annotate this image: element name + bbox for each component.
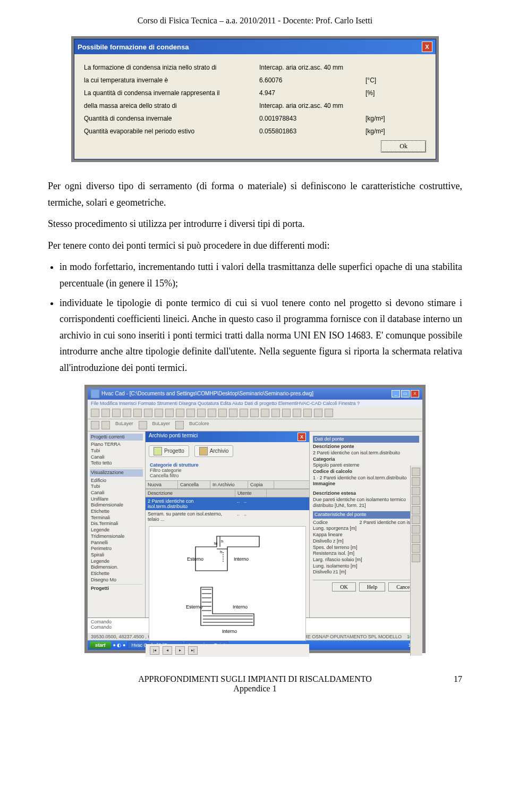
side-tool-icon[interactable] — [412, 535, 420, 543]
props-header-2: Caratteristiche del ponte — [313, 511, 419, 519]
side-tool-icon[interactable] — [412, 554, 420, 562]
tree-item[interactable]: Disegno Mo — [90, 577, 143, 583]
tree-item[interactable]: Perimetro — [90, 546, 143, 552]
tool-icon[interactable] — [261, 409, 269, 417]
nav-next-icon[interactable]: ▸ — [175, 646, 185, 655]
side-tool-icon[interactable] — [412, 525, 420, 534]
ok-button[interactable]: OK — [332, 582, 355, 591]
tool-icon[interactable] — [271, 409, 280, 417]
toolbar-1[interactable] — [88, 407, 422, 419]
tree-item[interactable]: Tetto tetto — [90, 460, 143, 467]
list-toolbtn[interactable]: Copia — [248, 481, 274, 488]
tree-item[interactable]: Edificio — [90, 478, 143, 484]
help-button[interactable]: Help — [359, 582, 385, 591]
col-header[interactable]: Utente — [235, 489, 267, 497]
tool-icon[interactable] — [250, 409, 259, 417]
tool-icon[interactable] — [325, 409, 333, 417]
close-icon[interactable]: X — [411, 390, 419, 397]
svg-text:h: h — [220, 549, 222, 554]
close-icon[interactable]: X — [422, 41, 432, 52]
filter-link[interactable]: Cancella filtro — [150, 473, 305, 478]
tree-item[interactable]: Canali — [90, 454, 143, 461]
tool-icon[interactable] — [282, 409, 291, 417]
tree-item[interactable]: Legende — [90, 559, 143, 565]
filters-header: Categorie di strutture — [150, 462, 305, 468]
tool-icon[interactable] — [101, 421, 110, 429]
tool-icon[interactable] — [218, 409, 227, 417]
side-tool-icon[interactable] — [412, 496, 420, 505]
filter-link[interactable]: Filtro categorie — [150, 468, 305, 473]
row-value: 6.60076 — [259, 77, 366, 84]
tool-icon[interactable] — [240, 409, 248, 417]
tree-item[interactable]: Unifilare — [90, 496, 143, 503]
tool-icon[interactable] — [176, 409, 184, 417]
tool-icon[interactable] — [155, 409, 163, 417]
tree-item[interactable]: Tubi — [90, 448, 143, 454]
nav-prev-icon[interactable]: ◂ — [163, 646, 172, 655]
close-icon[interactable]: X — [298, 433, 306, 441]
tool-icon[interactable] — [101, 409, 110, 417]
tool-icon[interactable] — [175, 421, 184, 429]
tool-icon[interactable] — [133, 409, 142, 417]
tree-item[interactable]: Dis.Terminali — [90, 521, 143, 527]
list-toolbtn[interactable]: Nuova — [146, 481, 178, 488]
tab-progetto[interactable]: Progetto — [149, 445, 189, 457]
side-tool-icon[interactable] — [412, 468, 420, 476]
list-toolbtn[interactable]: Cancella — [178, 481, 210, 488]
toolbar-2[interactable]: BuLayerBuLayerBuColore — [88, 419, 422, 432]
tree-item[interactable]: Pannelli — [90, 540, 143, 546]
restore-icon[interactable]: ▭ — [401, 390, 410, 397]
tool-icon[interactable] — [186, 409, 195, 417]
tool-icon[interactable] — [123, 409, 131, 417]
tool-icon[interactable] — [165, 409, 174, 417]
nav-first-icon[interactable]: |◂ — [150, 646, 159, 655]
tree-item[interactable]: Canali — [90, 490, 143, 496]
tool-icon[interactable] — [91, 421, 99, 429]
ok-button[interactable]: Ok — [381, 140, 426, 153]
prop-value: 1 · 2 Pareti identiche con isol.term.dis… — [313, 475, 419, 481]
side-tool-icon[interactable] — [412, 506, 420, 514]
figure-2: Hvac Cad - [C:\Documents and Settings\CO… — [48, 385, 462, 653]
side-tool-icon[interactable] — [412, 487, 420, 495]
tool-icon[interactable] — [229, 409, 237, 417]
tree-item[interactable]: Spirali — [90, 552, 143, 559]
record-nav: |◂ ◂ ▸ ▸| — [146, 644, 309, 657]
tree-item[interactable]: Terminali — [90, 515, 143, 521]
tool-icon[interactable] — [144, 409, 152, 417]
footer-title: APPROFONDIMENTI SUGLI IMPIANTI DI RISCAL… — [74, 674, 436, 684]
bullet-item: individuate le tipologie di ponte termic… — [60, 295, 462, 376]
start-button[interactable]: start — [90, 641, 111, 649]
tool-icon[interactable] — [112, 409, 121, 417]
list-row[interactable]: Serram. su parete con isol.esterno, tela… — [146, 510, 309, 523]
col-header[interactable]: Descrizione — [146, 489, 235, 497]
tree-item[interactable]: Bidimensionale — [90, 502, 143, 509]
side-tool-icon[interactable] — [412, 544, 420, 553]
window-titlebar: Hvac Cad - [C:\Documents and Settings\CO… — [88, 388, 422, 400]
menu-bar[interactable]: File Modifica Inserisci Formato Strument… — [88, 400, 422, 407]
right-icon-column — [410, 466, 422, 656]
tree-item[interactable]: Tubi — [90, 484, 143, 490]
svg-text:te: te — [214, 541, 218, 546]
tree-item[interactable]: Etichette — [90, 509, 143, 515]
list-toolbtn[interactable]: In Archivio — [210, 481, 248, 488]
tool-icon[interactable] — [314, 409, 322, 417]
list-row-selected[interactable]: 2 Pareti identiche con isol.term.distrib… — [146, 497, 309, 510]
tree-item[interactable]: Etichette — [90, 571, 143, 577]
tool-icon[interactable] — [197, 409, 206, 417]
side-tool-icon[interactable] — [412, 477, 420, 486]
tool-icon[interactable] — [303, 409, 312, 417]
side-tool-icon[interactable] — [412, 515, 420, 524]
tree-item[interactable]: Legende — [90, 527, 143, 534]
nav-last-icon[interactable]: ▸| — [188, 646, 198, 655]
tool-icon[interactable] — [91, 409, 99, 417]
tab-archivio[interactable]: Archivio — [194, 445, 234, 457]
tool-icon[interactable] — [139, 421, 147, 429]
tool-icon[interactable] — [293, 409, 301, 417]
tree-item[interactable]: Bidimension. — [90, 564, 143, 571]
minimize-icon[interactable]: _ — [392, 390, 400, 397]
tree-footer[interactable]: Progetti — [90, 586, 143, 592]
tool-icon[interactable] — [208, 409, 216, 417]
svg-text:Interno: Interno — [222, 629, 237, 634]
tree-item[interactable]: Piano TERRA — [90, 442, 143, 448]
tree-item[interactable]: Tridimensionale — [90, 534, 143, 540]
